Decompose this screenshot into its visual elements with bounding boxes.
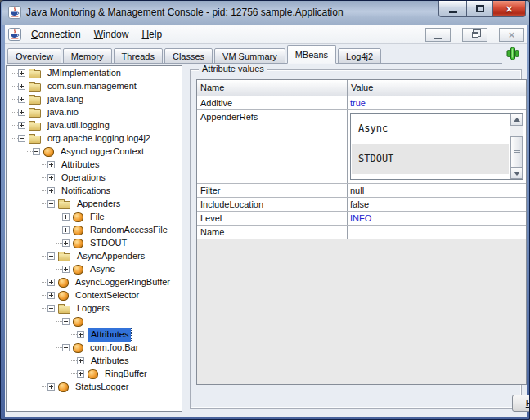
tree-node[interactable]: Attributes [7,328,182,342]
attr-value-cell[interactable]: AsyncSTDOUT [348,110,526,183]
scrollbar-thumb[interactable] [510,136,523,169]
tree-toggle[interactable] [47,161,55,168]
column-header-value[interactable]: Value [348,80,526,96]
tree-node-label[interactable]: Operations [59,172,108,185]
tree-node[interactable]: Notifications [7,185,182,198]
tab-memory[interactable]: Memory [63,48,112,64]
attr-value-cell[interactable]: true [348,96,526,109]
tree-toggle[interactable] [77,331,84,338]
tree-node-label[interactable]: com.sun.management [45,80,139,93]
maximize-button[interactable] [466,1,493,17]
tree-node-label[interactable]: AsyncAppenders [74,250,147,263]
refresh-button[interactable]: Refresh [512,395,530,412]
attr-name-cell[interactable]: IncludeLocation [197,198,348,211]
scrollbar[interactable] [510,114,523,179]
attr-name-cell[interactable]: AppenderRefs [197,110,348,183]
tree-node-label[interactable]: Appenders [74,198,123,211]
attr-value-cell[interactable]: INFO [348,212,526,225]
tree-node-label[interactable]: File [88,211,107,224]
tab-vm-summary[interactable]: VM Summary [214,48,285,64]
tree-toggle[interactable] [77,370,84,378]
tree-node[interactable]: Operations [7,172,182,185]
tree-node-label[interactable]: org.apache.logging.log4j2 [45,132,153,145]
tree-toggle[interactable] [77,357,84,364]
tree-node[interactable]: Async [7,263,182,276]
tree-node-label[interactable]: java.lang [45,93,86,106]
tree-node[interactable]: AsyncLoggerContext [7,145,182,159]
tree-toggle[interactable] [47,305,55,312]
tree-toggle[interactable] [18,69,25,77]
scroll-down-button[interactable] [510,167,523,179]
tree-node[interactable]: AsyncAppenders [7,250,182,263]
tree-toggle[interactable] [18,83,25,90]
tree-node-label[interactable]: AsyncLoggerRingBuffer [73,276,173,289]
tree-toggle[interactable] [62,344,70,351]
tree-toggle[interactable] [47,200,55,208]
tree-node-label[interactable]: java.nio [45,106,81,119]
tree-node-label[interactable]: StatusLogger [73,381,131,394]
close-button[interactable]: × [492,1,526,17]
scroll-up-button[interactable] [510,114,523,126]
tree-node[interactable]: com.sun.management [7,80,182,93]
minimize-button[interactable] [438,1,467,17]
frame-close-button[interactable]: × [499,28,524,42]
list-item[interactable]: Async [352,114,509,144]
tree-node[interactable]: com.foo.Bar [7,342,182,355]
tree-node[interactable]: STDOUT [7,237,182,250]
tree-node-label[interactable]: RingBuffer [102,368,150,381]
tree-node[interactable]: org.apache.logging.log4j2 [7,132,182,145]
tree-node[interactable]: java.nio [7,106,182,119]
tree-node[interactable]: Appenders [7,198,182,211]
list-item[interactable]: STDOUT [352,144,509,174]
column-header-name[interactable]: Name [197,80,348,96]
tree-node[interactable]: File [7,211,182,224]
tree-node-label[interactable]: Attributes [88,328,131,342]
attr-name-cell[interactable]: Filter [197,184,348,197]
tree-node-label[interactable]: java.util.logging [45,119,112,132]
tree-node[interactable]: Attributes [7,355,182,368]
tab-overview[interactable]: Overview [7,48,61,64]
tree-node-label[interactable]: com.foo.Bar [88,342,141,355]
tree-node[interactable]: java.lang [7,93,182,106]
tree-node[interactable]: Loggers [7,302,182,315]
tree-toggle[interactable] [33,148,40,155]
frame-minimize-button[interactable] [425,28,451,42]
tree-node-label[interactable]: ContextSelector [73,289,141,302]
tree-toggle[interactable] [62,318,70,325]
title-bar[interactable]: Java Monitoring & Management Console - p… [2,1,529,25]
tree-toggle[interactable] [18,122,25,129]
tab-threads[interactable]: Threads [114,48,163,64]
attr-value-cell[interactable]: false [348,198,526,211]
tree-toggle[interactable] [18,109,25,116]
tree-node[interactable]: StatusLogger [7,381,182,394]
attr-value-cell[interactable]: null [348,184,526,197]
tree-toggle[interactable] [62,239,70,247]
tree-node[interactable]: RandomAccessFile [7,224,182,237]
tree-toggle[interactable] [47,292,55,299]
tree-toggle[interactable] [47,174,55,181]
frame-restore-button[interactable] [462,28,487,42]
tree-node-label[interactable]: Loggers [74,302,112,315]
tree-toggle[interactable] [18,96,25,103]
tab-mbeans[interactable]: MBeans [287,45,336,64]
tree-node-label[interactable]: RandomAccessFile [88,224,170,237]
menu-window[interactable]: Window [88,26,136,42]
tree-node[interactable] [7,315,182,328]
tree-node[interactable]: java.util.logging [7,119,182,132]
tree-node-label[interactable]: Async [88,263,117,276]
tree-toggle[interactable] [62,266,70,273]
attr-value-cell[interactable] [348,226,526,239]
tree-toggle[interactable] [47,187,55,194]
tree-node-label[interactable]: Attributes [59,159,101,172]
tree-toggle[interactable] [47,383,55,391]
tree-toggle[interactable] [62,213,70,221]
tree-toggle[interactable] [47,252,55,260]
tree-node-label[interactable]: AsyncLoggerContext [58,145,146,159]
tree-node-label[interactable]: Notifications [59,185,113,198]
attr-name-cell[interactable]: Level [197,212,348,225]
attr-name-cell[interactable]: Additive [197,96,348,109]
attr-name-cell[interactable]: Name [197,226,348,239]
menu-help[interactable]: Help [135,26,168,42]
tree-node[interactable]: RingBuffer [7,368,182,381]
tree-node[interactable]: Attributes [7,159,182,172]
